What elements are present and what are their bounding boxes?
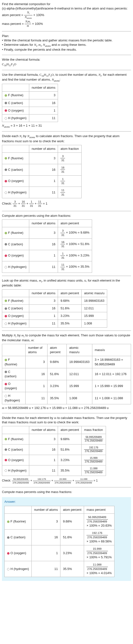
atom-percent: 35.5% (58, 320, 82, 327)
atom-count: 16 (32, 530, 60, 545)
col-noa: number of atoms (32, 506, 60, 514)
element-name: O (oxygen) (10, 551, 26, 555)
element-dot-icon (5, 117, 7, 120)
element-dot-icon (5, 315, 7, 317)
den: 31 (13, 204, 17, 208)
element-dot-icon (5, 157, 7, 160)
atomicmass-text: Look up the atomic mass, mi, in unified … (2, 278, 131, 288)
element-name: C (carbon) (8, 448, 23, 451)
col-ap: atom percent (47, 344, 66, 356)
divider (2, 330, 131, 331)
col-mass: mass/u (92, 344, 131, 356)
element-cell: O (oxygen) (2, 107, 29, 114)
atom-count: 16 (29, 238, 58, 250)
table-row: H (hydrogen)1135.5%11.088276.258209489× … (5, 561, 114, 577)
num: 11.088 (75, 478, 93, 481)
pct: × 100% = 35.5% (65, 265, 90, 269)
den: 31 (60, 170, 65, 174)
num: 15.999 (86, 547, 108, 551)
atom-percent: 9.68% (60, 514, 84, 530)
intro: Find the elemental composition for (s)-a… (2, 2, 131, 28)
table-row: C (carbon)1651.6%192.176276.258209489 (2, 444, 106, 455)
col-mass-percent: mass percent (84, 506, 114, 514)
atom-percent: 331 × 100% = 9.68% (58, 227, 92, 239)
table-row: C (carbon)1651.6%192.176276.258209489× 1… (5, 530, 114, 545)
var-mi: mi (39, 279, 42, 282)
formula-section: Write the chemical formula: C16H11F3O (2, 58, 131, 67)
numerator: Ni (24, 11, 33, 15)
text: • Determine values for (2, 43, 34, 46)
molecular-mass-equation: m = 56.995209489 u + 192.176 u + 15.999 … (2, 406, 131, 410)
element-name: H (hydrogen) (10, 567, 29, 571)
table-row: C (carbon)16 (2, 99, 58, 107)
table-row: O (oxygen)1131 (2, 175, 82, 187)
atomic-mass-table: number of atomsatom percentatomic mass/u… (2, 289, 107, 328)
atom-count: 16 (26, 368, 48, 380)
check-label: Check: (2, 479, 12, 482)
num: 1 (60, 252, 65, 256)
atom-fraction: 331 (58, 153, 81, 164)
atom-percent: 3.23% (58, 455, 82, 465)
atom-count: 11 (29, 187, 58, 198)
divider (2, 70, 131, 70)
text: Look up the atomic mass, (2, 279, 39, 282)
check-eq: = 1 (94, 479, 98, 482)
atom-count: 11 (26, 392, 48, 404)
table-row: O (oxygen)1131 × 100% = 3.23% (2, 250, 92, 261)
element-dot-icon (5, 94, 7, 97)
result: × 100% = 4.014% (86, 571, 112, 575)
col-noa: number of atoms (29, 145, 58, 152)
den: 276.258209489 (33, 481, 51, 484)
table-row: H (hydrogen)1135.5%11.088276.258209489 (2, 465, 106, 476)
den: 276.258209489 (86, 520, 108, 524)
chemical-formula: C16H11F3O (2, 62, 131, 67)
table-row: H (hydrogen)1135.5%1.008 (2, 320, 107, 327)
den: 276.258209489 (84, 471, 103, 474)
atompct-text: Compute atom percents using the atom fra… (2, 214, 131, 218)
var-natoms: Natoms (52, 78, 60, 81)
atom-percent: 35.5% (58, 465, 82, 476)
mass-percent: 56.995209489276.258209489× 100% = 20.63% (84, 514, 114, 530)
col-atomic-mass: atomic mass/u (82, 289, 107, 297)
atom-percent: 9.68% (58, 297, 82, 304)
result: × 100% = 5.791% (86, 555, 112, 559)
massmult-text: Multiply Ni by mi to compute the mass fo… (2, 333, 131, 342)
intro-line2: (s)-alpha-(trifluoromethyl)anthracene-9-… (2, 6, 131, 11)
element-dot-icon (5, 102, 7, 104)
mass-fraction: 15.999276.258209489 (82, 455, 106, 465)
atom-count: 11 (29, 320, 58, 327)
table-row: C (carbon)161631 × 100% = 51.6% (2, 238, 92, 250)
table-row: O (oxygen)1 (2, 107, 58, 114)
atom-percent-label: atom percent = (2, 13, 23, 17)
den: 31 (38, 204, 42, 208)
element-dot-icon (7, 536, 10, 539)
times-100: × 100% (32, 22, 43, 26)
element-dot-icon (5, 469, 7, 472)
den: 276.258209489 (86, 551, 108, 555)
atomfrac-text: Divide each Ni by Natoms to calculate at… (2, 134, 131, 143)
table-row: O (oxygen)13.23%15.999 (2, 312, 107, 320)
element-dot-icon (5, 395, 7, 397)
numerator: Nimi (24, 20, 31, 24)
den: 276.258209489 (12, 481, 30, 484)
atom-count: 3 (26, 356, 48, 368)
divider (2, 413, 131, 413)
element-name: C (carbon) (8, 168, 23, 172)
table-header-row: number of atomsatom percent (2, 220, 92, 227)
fraction: Ni Natoms (24, 11, 33, 20)
atom-percent: 51.6% (58, 444, 82, 455)
col-noa: number of atoms (29, 426, 58, 434)
atom-count: 3 (29, 153, 58, 164)
atom-percent-section: Compute atom percents using the atom fra… (2, 214, 131, 273)
table-row: F (fluorine)3331 × 100% = 9.68% (2, 227, 92, 239)
num: 15.999 (54, 478, 72, 481)
num: 3 (13, 200, 17, 204)
atom-count: 1 (29, 455, 58, 465)
table-row: C (carbon)1651.6%12.01116 × 12.011 = 192… (2, 368, 131, 380)
count-text: Use the chemical formula, C16H11F3O, to … (2, 72, 131, 82)
atom-count: 1 (29, 250, 58, 261)
fraction: Nimi m (24, 20, 31, 28)
divider (2, 211, 131, 211)
answer-label: Answer: (4, 500, 128, 504)
element-dot-icon (5, 322, 7, 325)
